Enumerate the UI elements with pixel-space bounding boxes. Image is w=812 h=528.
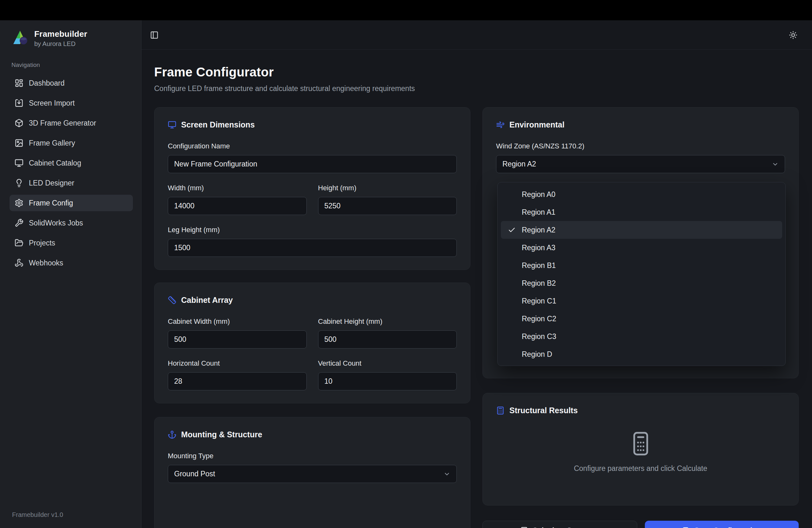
height-input[interactable] <box>318 197 457 215</box>
mounting-type-select[interactable]: Ground Post <box>168 465 457 483</box>
anchor-icon <box>168 430 176 439</box>
page-content: Frame Configurator Configure LED frame s… <box>142 50 812 528</box>
card-title: Structural Results <box>509 406 578 415</box>
sidebar-item-label: LED Designer <box>29 179 74 187</box>
save-configuration-label: Save Configuration <box>694 526 761 528</box>
monitor-icon <box>15 159 24 167</box>
cube-icon <box>15 119 24 128</box>
save-configuration-button[interactable]: Save Configuration <box>645 521 799 528</box>
app-title: Framebuilder <box>34 29 87 39</box>
window-chrome-strip <box>0 0 812 20</box>
wrench-icon <box>15 219 24 228</box>
dropdown-option[interactable]: Region C3 <box>501 327 782 345</box>
option-label: Region C1 <box>522 297 556 305</box>
sidebar-item-webhooks[interactable]: Webhooks <box>10 255 133 271</box>
nav-section-label: Navigation <box>11 61 133 69</box>
wind-zone-select[interactable]: Region A2 <box>496 155 785 173</box>
dropdown-option[interactable]: Region A0 <box>501 186 782 203</box>
sidebar-item-led-designer[interactable]: LED Designer <box>10 175 133 191</box>
dropdown-option[interactable]: Region B1 <box>501 256 782 274</box>
actions-row: Calculate Structure Save Configuration <box>482 521 799 528</box>
sidebar-toggle-button[interactable] <box>150 31 159 39</box>
webhook-icon <box>15 259 24 267</box>
dropdown-option[interactable]: Region D <box>501 345 782 363</box>
width-label: Width (mm) <box>168 184 307 192</box>
sidebar-item-label: Projects <box>29 239 55 247</box>
calculator-icon <box>520 527 528 528</box>
app-version: Framebuilder v1.0 <box>10 511 133 518</box>
option-label: Region A1 <box>522 208 555 217</box>
mounting-structure-card: Mounting & Structure Mounting Type Groun… <box>154 417 470 528</box>
results-empty-state: Configure parameters and click Calculate <box>496 415 785 493</box>
cabinet-width-label: Cabinet Width (mm) <box>168 318 307 326</box>
brand-text: Framebuilder by Aurora LED <box>34 29 87 47</box>
dropdown-option[interactable]: Region C1 <box>501 292 782 310</box>
leg-height-input[interactable] <box>168 239 457 257</box>
wind-zone-label: Wind Zone (AS/NZS 1170.2) <box>496 142 785 150</box>
sidebar-item-dashboard[interactable]: Dashboard <box>10 75 133 91</box>
sidebar-item-label: Webhooks <box>29 259 63 267</box>
chevron-down-icon <box>772 161 779 168</box>
sidebar-item-frame-config[interactable]: Frame Config <box>10 195 133 211</box>
page-subtitle: Configure LED frame structure and calcul… <box>154 84 799 93</box>
sidebar-item-solidworks-jobs[interactable]: SolidWorks Jobs <box>10 215 133 231</box>
cabinet-width-input[interactable] <box>168 331 307 349</box>
sidebar-item-cabinet-catalog[interactable]: Cabinet Catalog <box>10 155 133 171</box>
dropdown-option-selected[interactable]: Region A2 <box>501 221 782 239</box>
dropdown-option[interactable]: Region B2 <box>501 274 782 292</box>
height-label: Height (mm) <box>318 184 457 192</box>
sidebar-item-3d-frame-generator[interactable]: 3D Frame Generator <box>10 115 133 131</box>
folder-open-icon <box>15 238 24 247</box>
config-name-input[interactable] <box>168 155 457 173</box>
option-label: Region A3 <box>522 244 555 252</box>
chevron-down-icon <box>444 471 450 478</box>
dropdown-option[interactable]: Region C2 <box>501 310 782 327</box>
option-label: Region C2 <box>522 314 556 323</box>
dropdown-option[interactable]: Region A3 <box>501 239 782 256</box>
calculate-structure-label: Calculate Structure <box>532 526 599 528</box>
horizontal-count-label: Horizontal Count <box>168 359 307 368</box>
app-byline: by Aurora LED <box>34 40 87 47</box>
topbar <box>142 20 812 50</box>
vertical-count-input[interactable] <box>318 372 457 390</box>
sidebar-item-frame-gallery[interactable]: Frame Gallery <box>10 135 133 151</box>
right-column: Environmental Wind Zone (AS/NZS 1170.2) … <box>482 107 799 528</box>
sidebar: Framebuilder by Aurora LED Navigation Da… <box>0 20 142 528</box>
lightbulb-icon <box>15 178 24 187</box>
option-label: Region C3 <box>522 332 556 341</box>
monitor-icon <box>168 120 176 129</box>
panel-left-icon <box>150 31 159 39</box>
framebuilder-logo <box>11 29 29 47</box>
sun-icon <box>789 31 797 39</box>
sidebar-item-label: Dashboard <box>29 79 65 88</box>
gear-icon <box>15 199 24 207</box>
left-column: Screen Dimensions Configuration Name Wid… <box>154 107 470 528</box>
brand: Framebuilder by Aurora LED <box>10 29 133 47</box>
cabinet-array-card: Cabinet Array Cabinet Width (mm) Cabinet… <box>154 282 470 404</box>
calculate-structure-button[interactable]: Calculate Structure <box>482 521 637 528</box>
dropdown-option[interactable]: Region A1 <box>501 203 782 221</box>
width-input[interactable] <box>168 197 307 215</box>
card-title: Screen Dimensions <box>181 120 255 129</box>
nav: Dashboard Screen Import 3D Frame Generat… <box>10 75 133 271</box>
import-icon <box>15 99 24 107</box>
option-label: Region B2 <box>522 279 556 288</box>
save-icon <box>682 527 690 528</box>
sidebar-item-label: Frame Gallery <box>29 139 75 147</box>
cabinet-height-input[interactable] <box>318 331 457 349</box>
check-icon <box>508 226 516 234</box>
theme-toggle-button[interactable] <box>789 31 797 39</box>
dashboard-icon <box>15 79 24 88</box>
card-title: Cabinet Array <box>181 296 233 305</box>
wind-icon <box>496 120 505 129</box>
sidebar-item-projects[interactable]: Projects <box>10 235 133 251</box>
sidebar-item-label: Screen Import <box>29 99 74 107</box>
horizontal-count-input[interactable] <box>168 372 307 390</box>
app-root: Framebuilder by Aurora LED Navigation Da… <box>0 20 812 528</box>
sidebar-item-screen-import[interactable]: Screen Import <box>10 95 133 111</box>
leg-height-label: Leg Height (mm) <box>168 226 457 234</box>
option-label: Region A0 <box>522 190 555 199</box>
option-label: Region D <box>522 350 552 359</box>
image-icon <box>15 138 24 147</box>
vertical-count-label: Vertical Count <box>318 359 457 368</box>
